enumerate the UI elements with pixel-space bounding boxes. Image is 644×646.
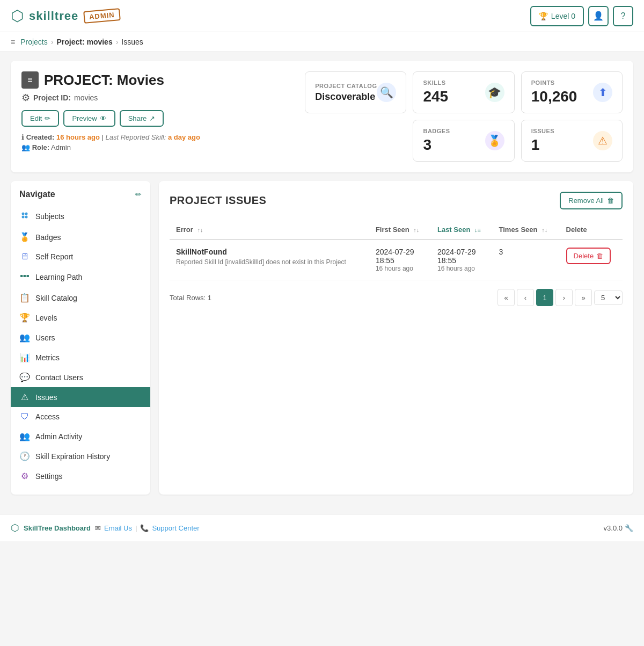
- last-seen-date: 2024-07-29: [437, 248, 486, 256]
- col-delete: Delete: [560, 220, 623, 239]
- adminactivity-icon: 👥: [19, 431, 30, 441]
- page-1-button[interactable]: 1: [536, 289, 553, 306]
- skills-label: SKILLS: [423, 79, 448, 86]
- first-seen-cell: 2024-07-29 18:55 16 hours ago: [369, 239, 431, 280]
- sidebar-item-metrics[interactable]: 📊 Metrics: [11, 347, 150, 367]
- footer: ⬡ SkillTree Dashboard ✉ Email Us | 📞 Sup…: [0, 514, 644, 541]
- issues-table-body: SkillNotFound Reported Skill Id [invalid…: [170, 239, 623, 280]
- skills-stat-card: SKILLS 245 🎓: [413, 71, 514, 113]
- next-page-button[interactable]: ›: [555, 289, 573, 306]
- catalog-icon: 🔍: [377, 83, 396, 102]
- delete-label: Delete: [574, 252, 594, 260]
- footer-links: ✉ Email Us | 📞 Support Center: [95, 524, 200, 532]
- sidebar-label-levels: Levels: [35, 314, 57, 322]
- help-button[interactable]: ?: [613, 6, 633, 26]
- sidebar-edit-icon[interactable]: ✏: [135, 190, 142, 199]
- per-page-select[interactable]: 5 10 25: [594, 291, 623, 305]
- version-text: v3.0.0: [604, 524, 623, 532]
- remove-all-icon: 🗑: [607, 197, 614, 205]
- levels-icon: 🏆: [19, 313, 30, 323]
- trophy-icon: 🏆: [539, 12, 548, 20]
- issues-icon: ⚠: [593, 131, 612, 150]
- sidebar-item-subjects[interactable]: Subjects: [11, 206, 150, 227]
- badges-stat-card: BADGES 3 🏅: [413, 120, 514, 162]
- sidebar-item-learningpath[interactable]: Learning Path: [11, 266, 150, 288]
- times-seen-sort-icon: ↑↓: [541, 227, 547, 233]
- delete-button[interactable]: Delete 🗑: [566, 248, 611, 264]
- skillcatalog-icon: 📋: [19, 293, 30, 303]
- remove-all-button[interactable]: Remove All 🗑: [560, 192, 623, 209]
- project-meta-created: ℹ Created: 16 hours ago | Last Reported …: [21, 133, 294, 141]
- user-button[interactable]: 👤: [588, 6, 609, 26]
- sidebar-item-adminactivity[interactable]: 👥 Admin Activity: [11, 426, 150, 446]
- support-link[interactable]: Support Center: [152, 524, 199, 532]
- issues-table-header: Error ↑↓ First Seen ↑↓ Last Seen ↓≡ Ti: [170, 220, 623, 239]
- project-id-row: ⚙ Project ID: movies: [21, 92, 294, 104]
- breadcrumb-current: Issues: [121, 38, 143, 46]
- sidebar-item-users[interactable]: 👥 Users: [11, 328, 150, 347]
- sidebar: Navigate ✏ Subjects 🏅 Badges 🖥 Self Repo…: [11, 181, 150, 495]
- sidebar-label-access: Access: [35, 412, 60, 421]
- col-last-seen[interactable]: Last Seen ↓≡: [431, 220, 493, 239]
- footer-left: ⬡ SkillTree Dashboard ✉ Email Us | 📞 Sup…: [11, 522, 200, 534]
- header: ⬡ skilltree ADMIN 🏆 Level 0 👤 ?: [0, 0, 644, 32]
- sidebar-item-badges[interactable]: 🏅 Badges: [11, 227, 150, 247]
- sidebar-item-levels[interactable]: 🏆 Levels: [11, 308, 150, 328]
- first-page-button[interactable]: «: [497, 289, 515, 306]
- sidebar-label-users: Users: [35, 333, 55, 342]
- col-times-seen[interactable]: Times Seen ↑↓: [493, 220, 560, 239]
- share-icon: ↗: [149, 114, 155, 122]
- edit-label: Edit: [30, 114, 42, 122]
- prev-page-button[interactable]: ‹: [517, 289, 534, 306]
- email-link[interactable]: Email Us: [104, 524, 132, 532]
- last-seen-sort-icon: ↓≡: [474, 227, 481, 233]
- breadcrumb-project[interactable]: Project: movies: [56, 38, 112, 46]
- edit-button[interactable]: Edit ✏: [21, 110, 59, 127]
- logo-text: skilltree: [29, 9, 78, 23]
- footer-logo-icon: ⬡: [11, 522, 19, 534]
- info-icon: ℹ: [21, 133, 24, 141]
- first-seen-sort-icon: ↑↓: [413, 227, 419, 233]
- breadcrumb-list-icon: ≡: [11, 38, 15, 46]
- col-error[interactable]: Error ↑↓: [170, 220, 369, 239]
- sidebar-item-settings[interactable]: ⚙ Settings: [11, 466, 150, 486]
- issues-nav-icon: ⚠: [19, 392, 30, 402]
- svg-point-3: [25, 216, 28, 219]
- badges-icon: 🏅: [485, 131, 504, 150]
- sidebar-label-contact: Contact Users: [35, 373, 83, 382]
- project-meta-role: 👥 Role: Admin: [21, 143, 294, 151]
- share-button[interactable]: Share ↗: [120, 110, 164, 127]
- subjects-icon: [19, 211, 30, 222]
- pagination-row: Total Rows: 1 « ‹ 1 › » 5 10 25: [170, 289, 623, 306]
- last-page-button[interactable]: »: [575, 289, 592, 306]
- col-first-seen[interactable]: First Seen ↑↓: [369, 220, 431, 239]
- first-seen-ago: 16 hours ago: [376, 265, 425, 272]
- preview-button[interactable]: Preview 👁: [63, 110, 115, 127]
- badges-label: BADGES: [423, 128, 450, 134]
- svg-rect-5: [24, 275, 26, 277]
- level-button[interactable]: 🏆 Level 0: [530, 6, 584, 26]
- error-name: SkillNotFound: [176, 248, 363, 256]
- sidebar-item-expiration[interactable]: 🕐 Skill Expiration History: [11, 446, 150, 466]
- catalog-stat-card: PROJECT CATALOG Discoverable 🔍: [305, 71, 406, 113]
- sidebar-header: Navigate ✏: [11, 190, 150, 206]
- svg-point-1: [25, 213, 28, 215]
- breadcrumb: ≡ Projects › Project: movies › Issues: [0, 32, 644, 52]
- skills-value: 245: [423, 88, 448, 105]
- sidebar-item-selfreport[interactable]: 🖥 Self Report: [11, 247, 150, 266]
- sidebar-label-learningpath: Learning Path: [35, 273, 82, 281]
- last-seen-cell: 2024-07-29 18:55 16 hours ago: [431, 239, 493, 280]
- breadcrumb-projects[interactable]: Projects: [20, 38, 48, 46]
- sidebar-label-selfreport: Self Report: [35, 252, 73, 261]
- delete-icon: 🗑: [596, 252, 603, 260]
- project-title-row: ≡ PROJECT: Movies: [21, 71, 294, 89]
- sidebar-item-skillcatalog[interactable]: 📋 Skill Catalog: [11, 288, 150, 308]
- sidebar-item-issues[interactable]: ⚠ Issues: [11, 387, 150, 407]
- sidebar-item-contactusers[interactable]: 💬 Contact Users: [11, 367, 150, 387]
- phone-icon: 📞: [140, 524, 149, 532]
- stats-area: PROJECT CATALOG Discoverable 🔍 SKILLS 24…: [305, 71, 623, 162]
- project-id-icon: ⚙: [21, 92, 30, 104]
- selfreport-icon: 🖥: [19, 252, 30, 262]
- sidebar-item-access[interactable]: 🛡 Access: [11, 407, 150, 426]
- svg-rect-6: [27, 275, 29, 277]
